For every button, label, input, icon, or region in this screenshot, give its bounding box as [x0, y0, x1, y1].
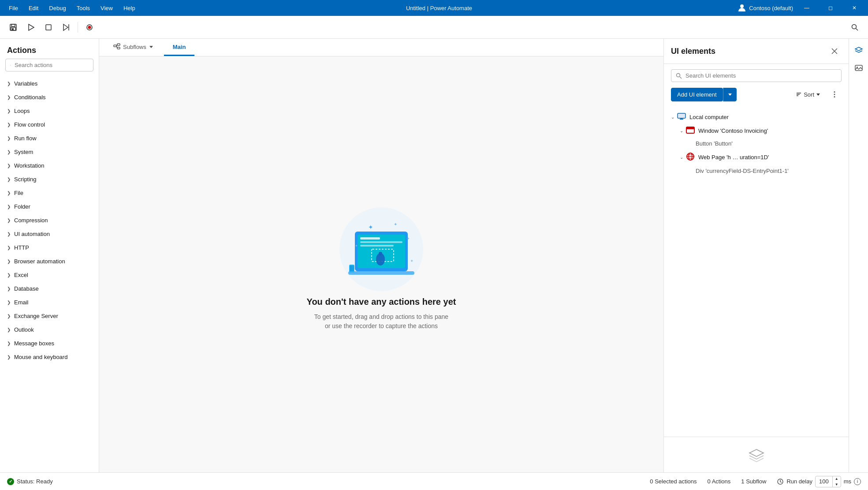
right-sidebar [849, 39, 868, 472]
tree-item-local-computer[interactable]: ⌄ Local computer [664, 110, 849, 124]
run-delay-info-icon[interactable]: i [854, 478, 861, 485]
svg-point-0 [740, 4, 744, 8]
clock-icon [777, 478, 784, 485]
chevron-icon: ❯ [7, 273, 11, 277]
close-button[interactable]: ✕ [844, 0, 864, 16]
ui-search-input[interactable] [685, 72, 837, 79]
svg-point-10 [88, 26, 91, 29]
action-item-browser-automation[interactable]: ❯ Browser automation [0, 254, 99, 268]
menu-tools[interactable]: Tools [71, 0, 95, 16]
next-action-button[interactable] [58, 19, 74, 35]
ui-panel-title: UI elements [671, 47, 827, 56]
menu-view[interactable]: View [95, 0, 118, 16]
chevron-icon: ❯ [7, 232, 11, 236]
svg-text:✦: ✦ [368, 224, 373, 231]
sidebar-image-button[interactable] [851, 60, 867, 76]
maximize-button[interactable]: ◻ [820, 0, 841, 16]
svg-text:✦: ✦ [355, 244, 358, 248]
chevron-icon: ❯ [7, 286, 11, 291]
svg-rect-2 [11, 24, 15, 26]
svg-point-11 [852, 24, 857, 29]
run-delay-increment[interactable]: ▲ [833, 476, 841, 482]
action-item-compression[interactable]: ❯ Compression [0, 213, 99, 227]
action-item-http[interactable]: ❯ HTTP [0, 241, 99, 254]
action-item-workstation[interactable]: ❯ Workstation [0, 159, 99, 172]
menu-file[interactable]: File [4, 0, 23, 16]
ui-search-container [671, 69, 842, 82]
sort-label: Sort [804, 91, 814, 98]
status-indicator [7, 478, 14, 485]
tree-item-contoso-window[interactable]: ⌄ Window 'Contoso Invoicing' [664, 124, 849, 138]
canvas-search-button[interactable] [847, 19, 863, 35]
search-input[interactable] [15, 62, 89, 68]
run-delay-value[interactable]: 100 [816, 478, 832, 485]
action-item-email[interactable]: ❯ Email [0, 295, 99, 309]
canvas-content: ✦ ✦ ✦ ✦ ✦ You don't have any actions her… [99, 56, 663, 472]
svg-line-14 [11, 65, 11, 66]
run-delay-container: Run delay 100 ▲ ▼ ms i [777, 476, 861, 487]
svg-rect-15 [114, 45, 116, 47]
actions-count: 0 Actions [708, 478, 731, 485]
run-button[interactable] [23, 19, 39, 35]
app-body: Actions ❯ Variables ❯ Conditionals [0, 16, 868, 490]
tree-item-button[interactable]: Button 'Button' [664, 138, 849, 150]
window-icon [686, 127, 695, 135]
sort-icon [796, 91, 802, 97]
toolbar [0, 16, 868, 39]
chevron-icon: ❯ [7, 95, 11, 100]
action-item-system[interactable]: ❯ System [0, 145, 99, 159]
svg-rect-22 [348, 271, 414, 275]
account-icon [738, 4, 746, 12]
add-ui-element-button[interactable]: Add UI element [671, 88, 723, 101]
chevron-icon: ❯ [7, 122, 11, 127]
svg-line-19 [116, 46, 117, 48]
action-item-excel[interactable]: ❯ Excel [0, 268, 99, 282]
svg-line-18 [116, 45, 117, 46]
app-title: Untitled | Power Automate [141, 5, 738, 11]
account-info[interactable]: Contoso (default) [738, 4, 793, 12]
ui-panel-close-button[interactable] [827, 44, 842, 58]
tab-subflows[interactable]: Subflows [104, 39, 162, 56]
chevron-icon: ❯ [7, 259, 11, 264]
action-item-outlook[interactable]: ❯ Outlook [0, 323, 99, 337]
svg-rect-25 [360, 237, 380, 239]
save-button[interactable] [5, 19, 21, 35]
stop-button[interactable] [41, 19, 56, 35]
svg-rect-26 [360, 241, 402, 243]
tab-main[interactable]: Main [164, 39, 195, 56]
action-item-mouse-keyboard[interactable]: ❯ Mouse and keyboard [0, 350, 99, 364]
actions-panel: Actions ❯ Variables ❯ Conditionals [0, 39, 99, 472]
svg-point-13 [10, 65, 11, 65]
add-ui-element-dropdown[interactable] [723, 88, 737, 101]
action-item-ui-automation[interactable]: ❯ UI automation [0, 227, 99, 241]
status-text: Status: Ready [17, 478, 53, 485]
action-item-folder[interactable]: ❯ Folder [0, 200, 99, 213]
tree-item-webpage[interactable]: ⌄ Web Page 'h … uration=1D' [664, 150, 849, 165]
more-options-button[interactable] [827, 87, 842, 101]
menu-help[interactable]: Help [118, 0, 141, 16]
action-item-scripting[interactable]: ❯ Scripting [0, 172, 99, 186]
action-item-run-flow[interactable]: ❯ Run flow [0, 131, 99, 145]
action-item-file[interactable]: ❯ File [0, 186, 99, 200]
run-delay-decrement[interactable]: ▼ [833, 482, 841, 487]
sidebar-layers-button[interactable] [851, 42, 867, 58]
action-item-exchange-server[interactable]: ❯ Exchange Server [0, 309, 99, 323]
action-item-database[interactable]: ❯ Database [0, 282, 99, 295]
close-icon [831, 48, 838, 55]
minimize-button[interactable]: ― [797, 0, 817, 16]
content-area: Actions ❯ Variables ❯ Conditionals [0, 39, 868, 472]
window-svg [686, 127, 695, 134]
action-item-variables[interactable]: ❯ Variables [0, 77, 99, 90]
svg-marker-5 [29, 24, 34, 30]
svg-point-30 [379, 252, 382, 255]
chevron-icon: ❯ [7, 150, 11, 154]
action-item-message-boxes[interactable]: ❯ Message boxes [0, 337, 99, 350]
menu-debug[interactable]: Debug [44, 0, 71, 16]
action-item-flow-control[interactable]: ❯ Flow control [0, 118, 99, 131]
action-item-loops[interactable]: ❯ Loops [0, 104, 99, 118]
action-item-conditionals[interactable]: ❯ Conditionals [0, 90, 99, 104]
record-button[interactable] [82, 19, 97, 35]
tree-item-div[interactable]: Div 'currencyField-DS-EntryPoint1-1' [664, 165, 849, 177]
sort-button[interactable]: Sort [792, 89, 824, 101]
menu-edit[interactable]: Edit [23, 0, 44, 16]
